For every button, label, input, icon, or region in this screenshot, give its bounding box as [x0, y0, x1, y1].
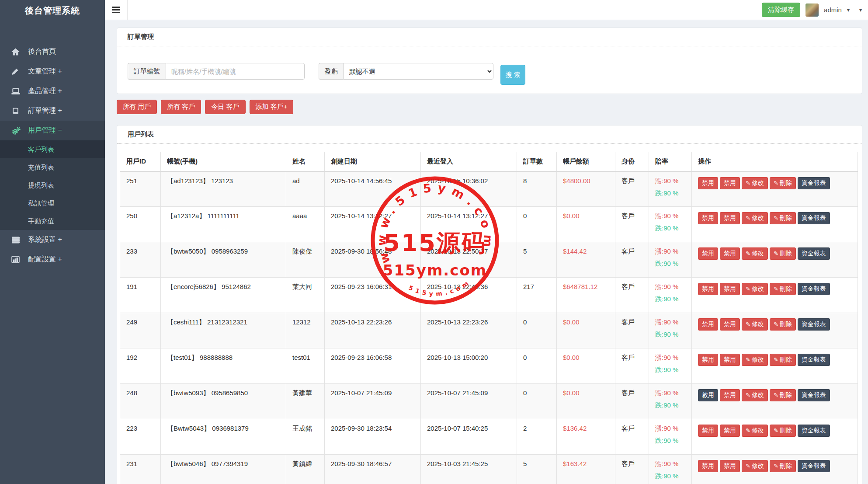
row-action-button[interactable]: 禁用	[698, 212, 718, 224]
balance: $0.00	[557, 384, 615, 419]
sidebar-item-label: 後台首頁	[28, 47, 56, 56]
row-action-button[interactable]: 禁用	[720, 318, 740, 331]
row-action-button[interactable]: 資金報表	[798, 425, 830, 437]
user-table-wrap: 用戶ID帳號(手機)姓名創建日期最近登入訂單數帳戶餘額身份賠率操作 251【ad…	[120, 152, 858, 484]
row-action-button[interactable]: 資金報表	[798, 247, 830, 260]
row-action-button[interactable]: ✎刪除	[770, 354, 796, 366]
row-action-button[interactable]: ✎刪除	[770, 389, 796, 401]
rate-up: 漲:90 %	[655, 212, 685, 220]
row-action-button[interactable]: 禁用	[698, 354, 718, 366]
sidebar-item-5[interactable]: 系統設置 +	[0, 230, 105, 250]
last-login: 2025-10-15 10:36:02	[421, 171, 517, 207]
main-content: 訂單管理 訂單編號 盈虧 默認不選 搜 索 所有 用戶所有 客戶今日 客戶添加 …	[105, 20, 868, 484]
profit-select[interactable]: 默認不選	[344, 63, 493, 80]
pencil-icon: ✎	[774, 250, 778, 257]
action-button-0[interactable]: 所有 用戶	[117, 100, 157, 114]
order-search-input[interactable]	[166, 63, 305, 80]
submenu-item[interactable]: 手動充值	[0, 212, 105, 230]
row-action-button[interactable]: 資金報表	[798, 177, 830, 189]
row-action-button[interactable]: ✎修改	[742, 212, 768, 224]
order-search-form: 訂單編號 盈虧 默認不選 搜 索	[117, 46, 862, 96]
name: 陳俊傑	[286, 242, 325, 278]
account: 【Bwtw5043】 0936981379	[161, 419, 286, 455]
action-button-2[interactable]: 今日 客戶	[205, 100, 245, 114]
column-header: 姓名	[286, 152, 325, 171]
row-action-button[interactable]: 禁用	[720, 389, 740, 401]
balance: $136.42	[557, 419, 615, 455]
row-action-button[interactable]: ✎修改	[742, 389, 768, 401]
row-action-button[interactable]: ✎修改	[742, 283, 768, 295]
row-action-button[interactable]: 禁用	[720, 460, 740, 472]
row-action-button[interactable]: 禁用	[698, 177, 718, 189]
submenu-item[interactable]: 私訊管理	[0, 194, 105, 212]
row-action-button[interactable]: ✎修改	[742, 318, 768, 331]
table-row: 249【ceshi111】 21312312321123122025-10-13…	[120, 313, 858, 348]
row-action-button[interactable]: 禁用	[698, 460, 718, 472]
sidebar-item-1[interactable]: 文章管理 +	[0, 62, 105, 81]
identity: 客戶	[615, 384, 649, 419]
row-action-button[interactable]: ✎刪除	[770, 177, 796, 189]
row-action-button[interactable]: 禁用	[698, 318, 718, 331]
balance: $163.42	[557, 455, 615, 484]
order-no-label: 訂單編號	[128, 63, 166, 80]
row-action-button[interactable]: 禁用	[698, 425, 718, 437]
row-action-button[interactable]: 資金報表	[798, 318, 830, 331]
avatar[interactable]	[806, 3, 819, 17]
row-action-button[interactable]: 禁用	[720, 354, 740, 366]
sidebar-item-4[interactable]: 用戶管理 −	[0, 121, 105, 140]
action-button-3[interactable]: 添加 客戶+	[250, 100, 294, 114]
submenu-item[interactable]: 充值列表	[0, 158, 105, 176]
user-menu-caret-icon[interactable]: ▾	[847, 7, 850, 13]
hamburger-menu-icon[interactable]	[105, 0, 128, 20]
sidebar-item-6[interactable]: 配置設置 +	[0, 250, 105, 269]
account: 【bwtw5046】 0977394319	[161, 455, 286, 484]
topbar-caret-icon[interactable]: ▾	[859, 7, 862, 13]
sidebar-item-0[interactable]: 後台首頁	[0, 42, 105, 62]
row-action-button[interactable]: 禁用	[720, 283, 740, 295]
row-action-button[interactable]: ✎刪除	[770, 283, 796, 295]
rate-up: 漲:90 %	[655, 389, 685, 397]
clear-cache-button[interactable]: 清除緩存	[762, 3, 800, 17]
row-action-button[interactable]: ✎刪除	[770, 318, 796, 331]
row-action-button[interactable]: 禁用	[698, 283, 718, 295]
order-count: 0	[517, 384, 557, 419]
row-action-button[interactable]: ✎修改	[742, 460, 768, 472]
row-action-button[interactable]: ✎修改	[742, 247, 768, 260]
row-action-button[interactable]: ✎修改	[742, 354, 768, 366]
row-action-button[interactable]: 禁用	[720, 425, 740, 437]
identity: 客戶	[615, 207, 649, 242]
submenu-item[interactable]: 提現列表	[0, 176, 105, 194]
sidebar-item-3[interactable]: 訂單管理 +	[0, 101, 105, 121]
row-action-button[interactable]: 資金報表	[798, 283, 830, 295]
row-action-button[interactable]: 禁用	[698, 247, 718, 260]
row-action-button[interactable]: ✎刪除	[770, 212, 796, 224]
row-action-button[interactable]: ✎刪除	[770, 425, 796, 437]
created-date: 2025-09-30 18:46:57	[325, 455, 421, 484]
username-label[interactable]: admin	[824, 6, 842, 14]
row-action-button[interactable]: 資金報表	[798, 212, 830, 224]
order-count: 0	[517, 313, 557, 348]
row-action-button[interactable]: 資金報表	[798, 354, 830, 366]
row-action-button[interactable]: 禁用	[720, 212, 740, 224]
rate-up: 漲:90 %	[655, 177, 685, 185]
row-action-button[interactable]: 資金報表	[798, 460, 830, 472]
row-action-button[interactable]: 禁用	[720, 247, 740, 260]
row-action-button[interactable]: 啟用	[698, 389, 718, 401]
action-button-1[interactable]: 所有 客戶	[161, 100, 201, 114]
sidebar-item-2[interactable]: 產品管理 +	[0, 81, 105, 101]
sidebar-item-label: 產品管理 +	[28, 87, 62, 96]
row-action-button[interactable]: 資金報表	[798, 389, 830, 401]
search-button[interactable]: 搜 索	[500, 65, 525, 85]
profit-label: 盈虧	[319, 63, 344, 80]
row-action-button[interactable]: ✎修改	[742, 177, 768, 189]
column-header: 帳號(手機)	[161, 152, 286, 171]
row-action-button[interactable]: ✎修改	[742, 425, 768, 437]
row-action-button[interactable]: 禁用	[720, 177, 740, 189]
account: 【bwtw5093】 0958659850	[161, 384, 286, 419]
row-action-button[interactable]: ✎刪除	[770, 460, 796, 472]
last-login: 2025-10-13 22:23:26	[421, 313, 517, 348]
row-action-button[interactable]: ✎刪除	[770, 247, 796, 260]
submenu-item[interactable]: 客戶列表	[0, 140, 105, 158]
table-header-row: 用戶ID帳號(手機)姓名創建日期最近登入訂單數帳戶餘額身份賠率操作	[120, 152, 858, 171]
last-login: 2025-10-03 21:45:25	[421, 455, 517, 484]
